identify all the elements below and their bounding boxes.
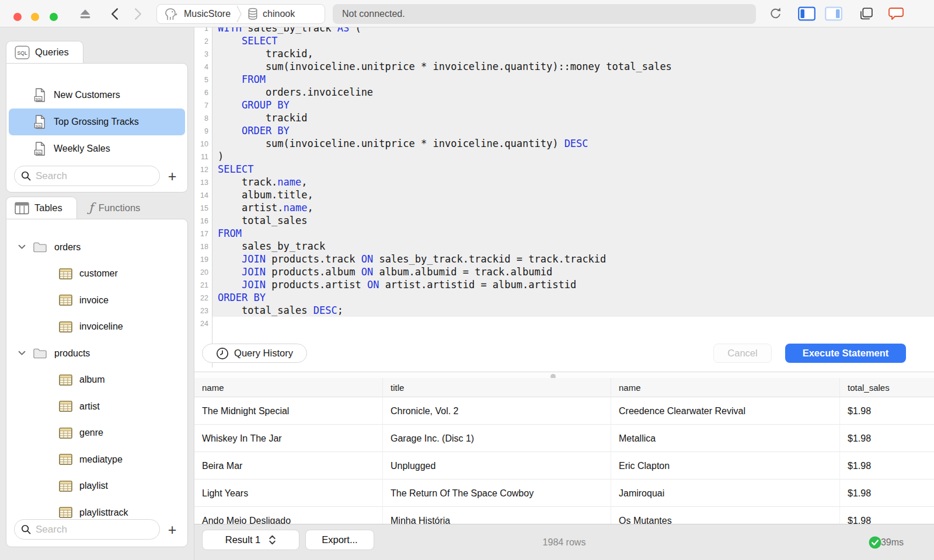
export-button[interactable]: Export...: [305, 530, 374, 550]
code-line-24[interactable]: 24: [194, 317, 934, 330]
code-line-1[interactable]: 1WITH sales_by_track AS (: [194, 27, 934, 34]
eject-icon[interactable]: [78, 0, 92, 27]
table-cell[interactable]: Garage Inc. (Disc 1): [383, 425, 611, 452]
column-header-total-sales[interactable]: total_sales: [840, 378, 934, 397]
code-line-20[interactable]: 20 JOIN products.album ON album.albumid …: [194, 265, 934, 278]
table-cell[interactable]: $1.98: [840, 425, 934, 452]
table-cell[interactable]: Ando Meio Desligado: [194, 507, 383, 524]
forward-button[interactable]: [132, 0, 144, 27]
code-text[interactable]: sum(invoiceline.unitprice * invoiceline.…: [212, 60, 934, 73]
code-text[interactable]: track.name,: [212, 176, 934, 188]
column-header-name[interactable]: name: [611, 378, 840, 397]
table-cell[interactable]: Chronicle, Vol. 2: [383, 397, 611, 425]
code-text[interactable]: GROUP BY: [212, 99, 934, 111]
table-genre[interactable]: genre: [6, 420, 187, 447]
code-text[interactable]: artist.name,: [212, 201, 934, 214]
sql-editor[interactable]: 1WITH sales_by_track AS (2 SELECT3 track…: [194, 27, 934, 372]
table-mediatype[interactable]: mediatype: [6, 446, 187, 473]
table-cell[interactable]: Metallica: [611, 425, 840, 452]
code-line-7[interactable]: 7 GROUP BY: [194, 99, 934, 111]
code-text[interactable]: [212, 317, 934, 330]
code-line-23[interactable]: 23 total_sales DESC;: [194, 304, 934, 317]
refresh-icon[interactable]: [767, 0, 783, 27]
table-playlist[interactable]: playlist: [6, 473, 187, 500]
table-album[interactable]: album: [6, 367, 187, 394]
code-line-2[interactable]: 2 SELECT: [194, 34, 934, 47]
code-line-12[interactable]: 12SELECT: [194, 163, 934, 176]
breadcrumb-database[interactable]: chinook: [263, 9, 295, 19]
code-text[interactable]: JOIN products.artist ON artist.artistid …: [212, 278, 934, 291]
table-cell[interactable]: Jamiroquai: [611, 480, 840, 507]
code-text[interactable]: album.title,: [212, 188, 934, 201]
queries-search-input[interactable]: [14, 166, 160, 186]
table-artist[interactable]: artist: [6, 393, 187, 420]
code-line-9[interactable]: 9 ORDER BY: [194, 124, 934, 137]
code-line-21[interactable]: 21 JOIN products.artist ON artist.artist…: [194, 278, 934, 291]
schema-orders[interactable]: orders: [6, 234, 187, 261]
code-text[interactable]: total_sales: [212, 214, 934, 227]
tables-search-input[interactable]: [14, 519, 160, 540]
schema-products[interactable]: products: [6, 340, 187, 367]
table-cell[interactable]: $1.98: [840, 480, 934, 507]
add-table-button[interactable]: +: [165, 521, 180, 538]
result-selector-dropdown[interactable]: Result 1: [202, 530, 299, 550]
code-text[interactable]: total_sales DESC;: [212, 304, 934, 317]
code-line-17[interactable]: 17FROM: [194, 227, 934, 240]
code-line-3[interactable]: 3 trackid,: [194, 47, 934, 60]
code-text[interactable]: sales_by_track: [212, 240, 934, 253]
chevron-down-icon[interactable]: [18, 244, 26, 250]
code-line-11[interactable]: 11): [194, 150, 934, 163]
query-item-new-customers[interactable]: SQLNew Customers: [9, 82, 185, 108]
pane-splitter[interactable]: [194, 372, 934, 378]
code-text[interactable]: ORDER BY: [212, 291, 934, 304]
table-cell[interactable]: $1.98: [840, 452, 934, 480]
toggle-right-sidebar-icon[interactable]: [824, 0, 843, 27]
table-cell[interactable]: Light Years: [194, 480, 383, 507]
column-header-name[interactable]: name: [194, 378, 383, 397]
code-text[interactable]: SELECT: [212, 34, 934, 47]
table-cell[interactable]: Beira Mar: [194, 452, 383, 480]
table-cell[interactable]: Unplugged: [383, 452, 611, 480]
code-line-6[interactable]: 6 orders.invoiceline: [194, 86, 934, 99]
table-invoiceline[interactable]: invoiceline: [6, 314, 187, 341]
breadcrumb[interactable]: MusicStore chinook: [156, 4, 325, 24]
table-cell[interactable]: $1.98: [840, 397, 934, 425]
results-table[interactable]: nametitlenametotal_sales The Midnight Sp…: [194, 378, 934, 524]
windows-icon[interactable]: [857, 0, 874, 27]
tab-tables[interactable]: Tables: [6, 197, 77, 219]
table-cell[interactable]: The Midnight Special: [194, 397, 383, 425]
table-cell[interactable]: $1.98: [840, 507, 934, 524]
table-cell[interactable]: Whiskey In The Jar: [194, 425, 383, 452]
code-line-14[interactable]: 14 album.title,: [194, 188, 934, 201]
code-text[interactable]: trackid: [212, 111, 934, 124]
chevron-down-icon[interactable]: [18, 351, 26, 356]
table-cell[interactable]: Os Mutantes: [611, 507, 840, 524]
code-text[interactable]: WITH sales_by_track AS (: [212, 27, 934, 34]
code-line-4[interactable]: 4 sum(invoiceline.unitprice * invoicelin…: [194, 60, 934, 73]
minimize-window-button[interactable]: [31, 13, 39, 21]
code-line-16[interactable]: 16 total_sales: [194, 214, 934, 227]
code-text[interactable]: SELECT: [212, 163, 934, 176]
code-text[interactable]: orders.invoiceline: [212, 86, 934, 99]
zoom-window-button[interactable]: [50, 13, 58, 21]
code-line-5[interactable]: 5 FROM: [194, 73, 934, 86]
code-line-18[interactable]: 18 sales_by_track: [194, 240, 934, 253]
code-text[interactable]: JOIN products.album ON album.albumid = t…: [212, 265, 934, 278]
code-line-13[interactable]: 13 track.name,: [194, 176, 934, 188]
code-text[interactable]: ORDER BY: [212, 124, 934, 137]
code-line-19[interactable]: 19 JOIN products.track ON sales_by_track…: [194, 253, 934, 265]
code-line-8[interactable]: 8 trackid: [194, 111, 934, 124]
table-cell[interactable]: The Return Of The Space Cowboy: [383, 480, 611, 507]
code-text[interactable]: JOIN products.track ON sales_by_track.tr…: [212, 253, 934, 265]
table-cell[interactable]: Eric Clapton: [611, 452, 840, 480]
add-query-button[interactable]: +: [165, 167, 180, 185]
code-line-15[interactable]: 15 artist.name,: [194, 201, 934, 214]
toggle-left-sidebar-icon[interactable]: [797, 0, 816, 27]
code-text[interactable]: trackid,: [212, 47, 934, 60]
code-text[interactable]: sum(invoiceline.unitprice * invoiceline.…: [212, 137, 934, 150]
column-header-title[interactable]: title: [383, 378, 611, 397]
tab-functions[interactable]: ƒ Functions: [81, 197, 174, 219]
query-item-weekly-sales[interactable]: SQLWeekly Sales: [9, 135, 185, 162]
code-text[interactable]: ): [212, 150, 934, 163]
tab-queries[interactable]: SQL Queries: [6, 41, 83, 63]
